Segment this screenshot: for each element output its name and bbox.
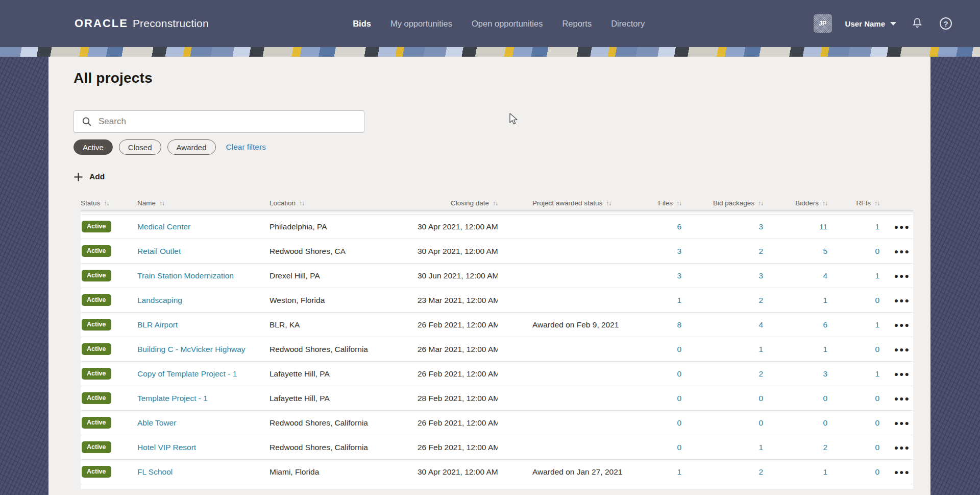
add-button[interactable]: Add xyxy=(74,172,105,182)
column-header-files[interactable]: Files↑↓ xyxy=(650,199,681,207)
table-row[interactable]: Active Building C - McVicker Highway Red… xyxy=(81,337,913,362)
sort-icon[interactable]: ↑↓ xyxy=(676,200,681,206)
sort-icon[interactable]: ↑↓ xyxy=(822,200,827,206)
row-menu-button[interactable]: ●●● xyxy=(894,247,910,255)
bidders-count-link[interactable]: 4 xyxy=(823,271,827,280)
column-header-closing-date[interactable]: Closing date↑↓ xyxy=(418,199,498,207)
bidders-count-link[interactable]: 0 xyxy=(823,394,827,403)
clear-filters-link[interactable]: Clear filters xyxy=(226,143,266,152)
project-name-link[interactable]: Building C - McVicker Highway xyxy=(137,345,246,353)
project-name-link[interactable]: BLR Airport xyxy=(137,320,178,329)
bid-packages-count-link[interactable]: 2 xyxy=(758,247,763,255)
bidders-count-link[interactable]: 5 xyxy=(823,247,827,255)
files-count-link[interactable]: 8 xyxy=(677,320,681,329)
table-row[interactable]: Active FL School Miami, Florida 30 Apr 2… xyxy=(81,460,913,484)
filter-chip-awarded[interactable]: Awarded xyxy=(167,139,216,155)
row-menu-button[interactable]: ●●● xyxy=(894,321,910,329)
sort-icon[interactable]: ↑↓ xyxy=(606,200,611,206)
files-count-link[interactable]: 0 xyxy=(677,345,681,353)
row-menu-button[interactable]: ●●● xyxy=(894,223,910,231)
rfis-count-link[interactable]: 0 xyxy=(875,443,879,452)
row-menu-button[interactable]: ●●● xyxy=(894,468,910,476)
search-input[interactable] xyxy=(99,116,357,127)
project-name-link[interactable]: FL School xyxy=(137,467,173,476)
files-count-link[interactable]: 6 xyxy=(677,222,681,231)
bid-packages-count-link[interactable]: 2 xyxy=(758,369,763,378)
rfis-count-link[interactable]: 0 xyxy=(875,296,879,304)
column-header-rfis[interactable]: RFIs↑↓ xyxy=(827,199,879,207)
table-row[interactable]: Active Hotel VIP Resort Redwood Shores, … xyxy=(81,435,913,460)
files-count-link[interactable]: 3 xyxy=(677,271,681,280)
rfis-count-link[interactable]: 0 xyxy=(875,345,879,353)
table-row[interactable]: Active Able Tower Redwood Shores, Califo… xyxy=(81,411,913,435)
sort-icon[interactable]: ↑↓ xyxy=(104,200,109,206)
rfis-count-link[interactable]: 0 xyxy=(875,394,879,403)
notifications-button[interactable] xyxy=(910,16,925,31)
avatar[interactable]: JP xyxy=(814,14,832,33)
project-name-link[interactable]: Retail Outlet xyxy=(137,247,181,255)
row-menu-button[interactable]: ●●● xyxy=(894,443,910,452)
bid-packages-count-link[interactable]: 3 xyxy=(758,222,763,231)
project-name-link[interactable]: Landscaping xyxy=(137,296,182,304)
bidders-count-link[interactable]: 1 xyxy=(823,345,827,353)
user-menu[interactable]: User Name xyxy=(845,19,896,28)
sort-icon[interactable]: ↑↓ xyxy=(758,200,763,206)
column-header-bidders[interactable]: Bidders↑↓ xyxy=(763,199,827,207)
table-row[interactable]: Active Medical Center Philadelphia, PA 3… xyxy=(81,215,913,239)
table-row[interactable]: Active Copy of Template Project - 1 Lafa… xyxy=(81,362,913,386)
column-header-location[interactable]: Location↑↓ xyxy=(270,199,418,207)
nav-item-bids[interactable]: Bids xyxy=(353,19,371,29)
sort-icon[interactable]: ↑↓ xyxy=(874,200,879,206)
rfis-count-link[interactable]: 1 xyxy=(875,369,879,378)
row-menu-button[interactable]: ●●● xyxy=(894,419,910,427)
table-row[interactable]: Active BLR Airport BLR, KA 26 Feb 2021, … xyxy=(81,313,913,337)
column-header-name[interactable]: Name↑↓ xyxy=(137,199,270,207)
bidders-count-link[interactable]: 2 xyxy=(823,443,827,452)
rfis-count-link[interactable]: 0 xyxy=(875,418,879,427)
bid-packages-count-link[interactable]: 2 xyxy=(758,296,763,304)
files-count-link[interactable]: 0 xyxy=(677,369,681,378)
rfis-count-link[interactable]: 1 xyxy=(875,320,879,329)
files-count-link[interactable]: 0 xyxy=(677,443,681,452)
files-count-link[interactable]: 1 xyxy=(677,467,681,476)
row-menu-button[interactable]: ●●● xyxy=(894,345,910,353)
table-row[interactable]: Active Landscaping Weston, Florida 23 Ma… xyxy=(81,288,913,313)
bid-packages-count-link[interactable]: 1 xyxy=(758,345,763,353)
row-menu-button[interactable]: ●●● xyxy=(894,272,910,280)
nav-item-my-opportunities[interactable]: My opportunities xyxy=(390,19,452,29)
bidders-count-link[interactable]: 1 xyxy=(823,467,827,476)
row-menu-button[interactable]: ●●● xyxy=(894,370,910,378)
table-row[interactable]: Active Template Project - 1 Lafayette Hi… xyxy=(81,386,913,411)
filter-chip-closed[interactable]: Closed xyxy=(119,139,161,155)
search-box[interactable] xyxy=(74,110,364,133)
project-name-link[interactable]: Template Project - 1 xyxy=(137,394,208,403)
bidders-count-link[interactable]: 1 xyxy=(823,296,827,304)
row-menu-button[interactable]: ●●● xyxy=(894,296,910,304)
brand-logo[interactable]: ORACLE Preconstruction xyxy=(75,17,209,30)
nav-item-reports[interactable]: Reports xyxy=(562,19,592,29)
files-count-link[interactable]: 3 xyxy=(677,247,681,255)
bid-packages-count-link[interactable]: 3 xyxy=(758,271,763,280)
files-count-link[interactable]: 1 xyxy=(677,296,681,304)
bidders-count-link[interactable]: 11 xyxy=(819,222,827,231)
bidders-count-link[interactable]: 0 xyxy=(823,418,827,427)
column-header-bid-packages[interactable]: Bid packages↑↓ xyxy=(681,199,763,207)
sort-icon[interactable]: ↑↓ xyxy=(299,200,304,206)
table-row[interactable]: Active Train Station Modernization Drexe… xyxy=(81,264,913,288)
bid-packages-count-link[interactable]: 4 xyxy=(758,320,763,329)
rfis-count-link[interactable]: 0 xyxy=(875,467,879,476)
files-count-link[interactable]: 0 xyxy=(677,418,681,427)
project-name-link[interactable]: Hotel VIP Resort xyxy=(137,443,196,452)
bid-packages-count-link[interactable]: 2 xyxy=(758,467,763,476)
sort-icon[interactable]: ↑↓ xyxy=(493,200,498,206)
project-name-link[interactable]: Train Station Modernization xyxy=(137,271,234,280)
column-header-project-awarded-status[interactable]: Project awarded status↑↓ xyxy=(498,199,650,207)
files-count-link[interactable]: 0 xyxy=(677,394,681,403)
project-name-link[interactable]: Able Tower xyxy=(137,418,176,427)
nav-item-directory[interactable]: Directory xyxy=(611,19,645,29)
column-header-status[interactable]: Status↑↓ xyxy=(81,199,137,207)
help-button[interactable]: ? xyxy=(938,16,953,31)
project-name-link[interactable]: Copy of Template Project - 1 xyxy=(137,369,237,378)
rfis-count-link[interactable]: 0 xyxy=(875,247,879,255)
project-name-link[interactable]: Medical Center xyxy=(137,222,190,231)
